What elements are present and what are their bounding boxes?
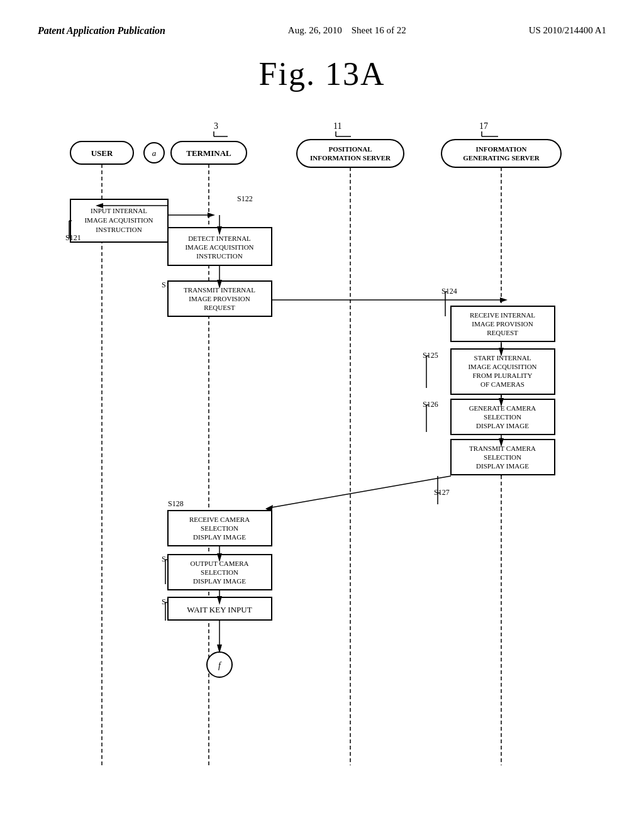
sheet-info: Sheet 16 of 22 — [352, 25, 406, 35]
s121-text-2: IMAGE ACQUISITION — [84, 216, 153, 224]
s121-text-1: INPUT INTERNAL — [91, 207, 147, 214]
s126-text-1: GENERATE CAMERA — [469, 404, 536, 412]
s124-text-1: RECEIVE INTERNAL — [470, 311, 535, 319]
ref-17-label: 17 — [479, 121, 488, 131]
transmit-cam-sel-text-3: DISPLAY IMAGE — [476, 462, 529, 470]
s129-text-3: DISPLAY IMAGE — [193, 577, 246, 585]
info-server-box — [441, 140, 561, 167]
s125-text-1: START INTERNAL — [474, 354, 531, 362]
s125-text-2: IMAGE ACQUISITION — [468, 363, 536, 370]
s128-label: S128 — [168, 499, 184, 508]
s123-text-1: DETECT INTERNAL — [188, 235, 251, 242]
user-label: USER — [91, 148, 113, 158]
s126-text-2: SELECTION — [484, 413, 521, 421]
s125-text-3: FROM PLURALITY — [472, 372, 532, 379]
s128-text-3: DISPLAY IMAGE — [193, 533, 246, 541]
terminal-label: TERMINAL — [186, 148, 231, 158]
arrow-head-right-s122 — [208, 213, 215, 218]
s126-text-3: DISPLAY IMAGE — [476, 422, 529, 429]
s126-label: S126 — [423, 400, 438, 409]
header-center: Aug. 26, 2010 Sheet 16 of 22 — [288, 25, 406, 36]
s123-transmit-text-3: REQUEST — [204, 304, 235, 311]
s128-text-1: RECEIVE CAMERA — [189, 516, 250, 523]
s125-text-4: OF CAMERAS — [480, 380, 525, 388]
transmit-cam-sel-text-2: SELECTION — [484, 453, 521, 461]
pos-server-label-1: POSITIONAL — [328, 145, 372, 153]
info-server-label-1: INFORMATION — [475, 145, 526, 153]
a-label: a — [152, 148, 157, 158]
info-server-label-2: GENERATING SERVER — [463, 154, 540, 162]
s125-label: S125 — [423, 351, 438, 360]
publication-label: Patent Application Publication — [38, 25, 165, 36]
page-header: Patent Application Publication Aug. 26, … — [38, 25, 606, 36]
s124-text-2: IMAGE PROVISION — [472, 320, 533, 328]
s130-text: WAIT KEY INPUT — [187, 605, 252, 614]
pos-server-box — [297, 140, 404, 167]
diagram-title: Fig. 13A — [38, 55, 606, 92]
diagram-container: 3 11 17 USER a TERMINAL PO — [52, 118, 592, 784]
ref-3-label: 3 — [214, 121, 218, 131]
s127-label: S127 — [434, 488, 450, 497]
s123-text-2: IMAGE ACQUISITION — [185, 243, 253, 251]
s128-text-2: SELECTION — [201, 524, 238, 532]
s121-text-3: INSTRUCTION — [96, 226, 142, 233]
s129-text-2: SELECTION — [201, 568, 238, 576]
s123-text-3: INSTRUCTION — [196, 252, 242, 260]
s121-label: S121 — [65, 233, 81, 242]
arrow-info-to-terminal-cam — [272, 476, 451, 507]
s123-transmit-text-2: IMAGE PROVISION — [189, 295, 250, 302]
arrow-head-right-s124 — [500, 297, 508, 302]
transmit-cam-sel-text-1: TRANSMIT CAMERA — [469, 445, 536, 452]
s122-label: S122 — [237, 194, 253, 203]
pos-server-label-2: INFORMATION SERVER — [310, 154, 391, 162]
page: Patent Application Publication Aug. 26, … — [0, 0, 644, 830]
ref-11-label: 11 — [333, 121, 341, 131]
patent-number: US 2010/214400 A1 — [529, 25, 606, 36]
s124-label: S124 — [441, 287, 457, 296]
s124-text-3: REQUEST — [487, 329, 518, 336]
publication-date: Aug. 26, 2010 — [288, 25, 342, 35]
diagram-svg: 3 11 17 USER a TERMINAL PO — [52, 118, 592, 784]
